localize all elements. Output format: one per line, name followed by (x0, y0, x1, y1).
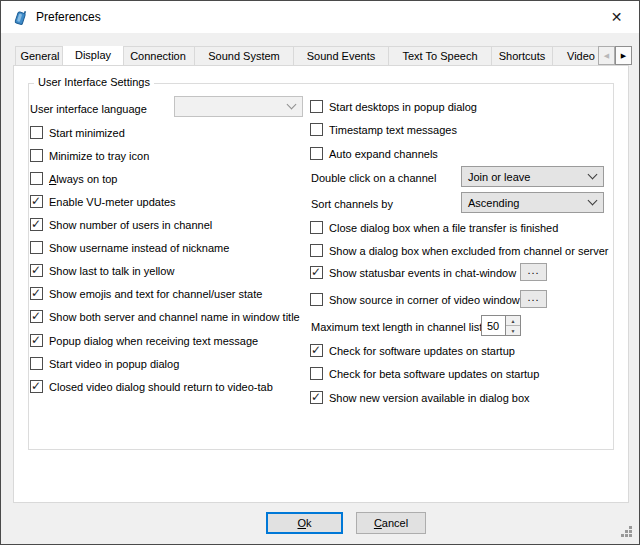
closed-video-return-checkbox[interactable] (30, 380, 43, 393)
start-minimized-checkbox[interactable] (30, 126, 43, 139)
max-text-length-spinner: 50 ▲ ▼ (481, 315, 521, 336)
checkbox-label: Show number of users in channel (49, 219, 212, 231)
row-check-beta-updates: Check for beta software updates on start… (310, 366, 539, 381)
checkbox-label: Show source in corner of video window (329, 294, 520, 306)
check-updates-checkbox[interactable] (310, 344, 323, 357)
show-user-count-checkbox[interactable] (30, 218, 43, 231)
tab-connection[interactable]: Connection (121, 46, 195, 65)
checkbox-label: Start desktops in popup dialog (329, 101, 477, 113)
video-source-options-button[interactable]: ... (520, 290, 547, 308)
tab-sound-system[interactable]: Sound System (194, 46, 294, 65)
checkbox-label: Check for software updates on startup (329, 345, 515, 357)
row-video-source-corner: Show source in corner of video window (310, 292, 520, 307)
checkbox-label: Show a dialog box when excluded from cha… (329, 245, 608, 257)
checkbox-label: Show statusbar events in chat-window (329, 267, 516, 279)
checkbox-label: Closed video dialog should return to vid… (49, 381, 273, 393)
tab-display[interactable]: Display (62, 46, 124, 65)
tab-general[interactable]: General (15, 46, 65, 65)
chevron-down-icon (588, 196, 598, 206)
tab-sound-events[interactable]: Sound Events (293, 46, 389, 65)
show-emojis-checkbox[interactable] (30, 287, 43, 300)
ok-button[interactable]: Ok (266, 512, 343, 534)
show-username-checkbox[interactable] (30, 241, 43, 254)
tab-bar: General Display Connection Sound System … (15, 46, 598, 65)
new-version-dialog-checkbox[interactable] (310, 391, 323, 404)
tab-text-to-speech[interactable]: Text To Speech (388, 46, 492, 65)
row-last-to-talk: Show last to talk in yellow (30, 263, 174, 278)
video-popup-checkbox[interactable] (30, 357, 43, 370)
tab-scroll-right-button[interactable]: ▶ (615, 46, 632, 65)
row-excluded-dialog: Show a dialog box when excluded from cha… (310, 243, 608, 258)
last-to-talk-checkbox[interactable] (30, 264, 43, 277)
double-click-select[interactable]: Join or leave (461, 166, 604, 187)
start-desktops-checkbox[interactable] (310, 100, 323, 113)
checkbox-label: Show both server and channel name in win… (49, 311, 300, 323)
row-start-desktops: Start desktops in popup dialog (310, 99, 477, 114)
row-video-popup: Start video in popup dialog (30, 356, 179, 371)
preferences-window: Preferences ✕ General Display Connection… (0, 0, 640, 545)
sort-channels-value: Ascending (468, 197, 519, 209)
row-show-emojis: Show emojis and text for channel/user st… (30, 286, 262, 301)
close-on-file-transfer-checkbox[interactable] (310, 221, 323, 234)
max-text-length-label: Maximum text length in channel list (311, 321, 482, 333)
auto-expand-checkbox[interactable] (310, 147, 323, 160)
spin-up-icon[interactable]: ▲ (506, 316, 520, 326)
checkbox-label: Popup dialog when receiving text message (49, 335, 258, 347)
row-show-username: Show username instead of nickname (30, 240, 229, 255)
always-on-top-checkbox[interactable] (30, 172, 43, 185)
spin-down-icon[interactable]: ▼ (506, 326, 520, 335)
close-button[interactable]: ✕ (594, 1, 639, 32)
sort-channels-select[interactable]: Ascending (461, 192, 604, 213)
popup-text-message-checkbox[interactable] (30, 334, 43, 347)
row-statusbar-events: Show statusbar events in chat-window (310, 265, 516, 280)
resize-grip[interactable] (620, 525, 623, 528)
checkbox-label: Close dialog box when a file transfer is… (329, 222, 558, 234)
checkbox-label: Always on top (49, 173, 118, 185)
video-source-corner-checkbox[interactable] (310, 293, 323, 306)
row-close-on-file-transfer: Close dialog box when a file transfer is… (310, 220, 558, 235)
tab-scroll-left-button: ◀ (598, 46, 615, 65)
checkbox-label: Show username instead of nickname (49, 242, 229, 254)
row-new-version-dialog: Show new version available in dialog box (310, 390, 530, 405)
scroll-right-icon: ▶ (621, 52, 626, 60)
checkbox-label: Show last to talk in yellow (49, 265, 174, 277)
checkbox-label: Show emojis and text for channel/user st… (49, 288, 262, 300)
checkbox-label: Show new version available in dialog box (329, 392, 530, 404)
row-check-updates: Check for software updates on startup (310, 343, 515, 358)
tab-video[interactable]: Video (552, 46, 598, 65)
checkbox-label: Check for beta software updates on start… (329, 368, 539, 380)
excluded-dialog-checkbox[interactable] (310, 244, 323, 257)
row-auto-expand: Auto expand channels (310, 146, 438, 161)
checkbox-label: Minimize to tray icon (49, 150, 149, 162)
sort-channels-label: Sort channels by (311, 198, 393, 210)
group-title: User Interface Settings (34, 76, 154, 88)
row-start-minimized: Start minimized (30, 125, 125, 140)
cancel-button[interactable]: Cancel (356, 512, 426, 534)
language-select[interactable] (174, 96, 303, 117)
statusbar-events-checkbox[interactable] (310, 266, 323, 279)
statusbar-events-options-button[interactable]: ... (520, 263, 547, 281)
check-beta-updates-checkbox[interactable] (310, 367, 323, 380)
vu-meter-checkbox[interactable] (30, 195, 43, 208)
row-server-channel-title: Show both server and channel name in win… (30, 309, 300, 324)
checkbox-label: Timestamp text messages (329, 124, 457, 136)
row-timestamp-messages: Timestamp text messages (310, 122, 457, 137)
double-click-value: Join or leave (468, 171, 530, 183)
max-text-length-input[interactable]: 50 (481, 315, 505, 336)
timestamp-messages-checkbox[interactable] (310, 123, 323, 136)
app-icon (12, 9, 29, 26)
server-channel-title-checkbox[interactable] (30, 310, 43, 323)
checkbox-label: Start video in popup dialog (49, 358, 179, 370)
row-vu-meter: Enable VU-meter updates (30, 194, 176, 209)
checkbox-label: Start minimized (49, 127, 125, 139)
minimize-to-tray-checkbox[interactable] (30, 149, 43, 162)
checkbox-label: Auto expand channels (329, 148, 438, 160)
chevron-down-icon (588, 170, 598, 180)
window-title: Preferences (36, 10, 101, 24)
title-bar: Preferences ✕ (1, 1, 639, 33)
row-popup-text-message: Popup dialog when receiving text message (30, 333, 258, 348)
tab-shortcuts[interactable]: Shortcuts (491, 46, 553, 65)
row-minimize-to-tray: Minimize to tray icon (30, 148, 149, 163)
chevron-down-icon (287, 100, 297, 110)
row-always-on-top: Always on top (30, 171, 118, 186)
